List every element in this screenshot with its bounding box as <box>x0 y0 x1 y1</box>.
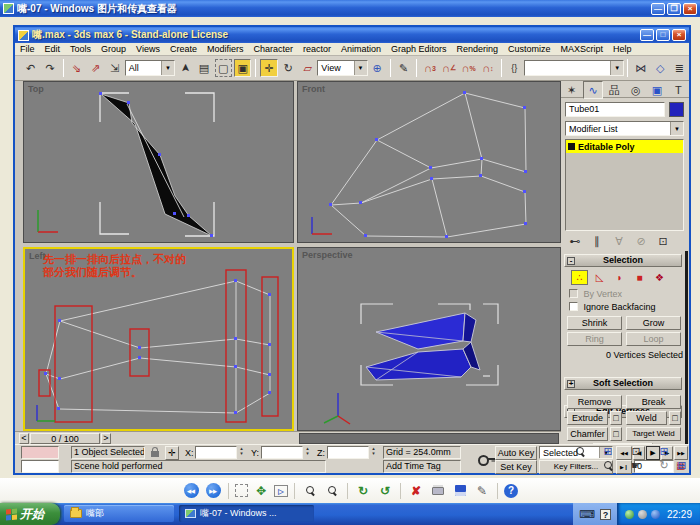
redo-icon[interactable]: ↷ <box>41 59 58 77</box>
pin-stack-icon[interactable]: ⊷ <box>566 234 584 249</box>
weld-settings-button[interactable]: □ <box>669 411 681 425</box>
zoom-all-icon[interactable]: ⊞ <box>600 444 616 458</box>
select-and-manipulate-icon[interactable]: ✎ <box>395 59 412 77</box>
zoom-extents-icon[interactable]: ⊡ <box>628 444 644 458</box>
zoom-in-icon[interactable] <box>301 482 319 500</box>
grow-button[interactable]: Grow <box>626 316 681 330</box>
loop-button[interactable]: Loop <box>626 332 681 346</box>
menu-graph-editors[interactable]: Graph Editors <box>386 44 452 54</box>
menu-modifiers[interactable]: Modifiers <box>202 44 249 54</box>
selection-lock-icon[interactable] <box>151 451 159 457</box>
window-crossing-icon[interactable]: ▣ <box>234 59 251 77</box>
make-unique-icon[interactable]: ∀ <box>610 234 628 249</box>
by-vertex-checkbox[interactable] <box>569 289 578 298</box>
pan-hand-icon[interactable]: ☛ <box>628 458 644 472</box>
ring-button[interactable]: Ring <box>567 332 622 346</box>
tab-motion-icon[interactable]: ◎ <box>626 81 645 99</box>
region-zoom-icon[interactable] <box>600 458 616 472</box>
menu-rendering[interactable]: Rendering <box>452 44 504 54</box>
selection-filter-dropdown[interactable]: All ▼ <box>125 60 175 76</box>
rollout-selection-header[interactable]: - Selection <box>564 254 682 267</box>
add-time-tag-field[interactable]: Add Time Tag <box>383 460 461 473</box>
viewer-close-button[interactable]: × <box>683 3 697 15</box>
target-weld-button[interactable]: Target Weld <box>626 427 681 441</box>
chevron-down-icon[interactable]: ▼ <box>670 122 683 135</box>
select-and-rotate-icon[interactable]: ↻ <box>280 59 297 77</box>
remove-button[interactable]: Remove <box>567 395 622 409</box>
configure-modifier-icon[interactable]: ⊡ <box>654 234 672 249</box>
named-selection-sets-icon[interactable]: {} <box>506 59 523 77</box>
keyboard-icon[interactable]: ⌨ <box>579 508 595 521</box>
max-minimize-button[interactable]: — <box>640 29 654 41</box>
best-fit-icon[interactable] <box>235 484 248 497</box>
layer-manager-icon[interactable]: ≣ <box>671 59 688 77</box>
viewport-top[interactable]: Top <box>23 81 294 243</box>
rotate-clockwise-icon[interactable]: ↻ <box>354 482 372 500</box>
named-selection-dropdown[interactable]: ▼ <box>524 60 624 76</box>
viewer-restore-button[interactable]: ❐ <box>667 3 681 15</box>
viewport-front[interactable]: Front <box>297 81 561 243</box>
ignore-backfacing-checkbox-row[interactable]: Ignore Backfacing <box>569 302 656 312</box>
time-slider-handle[interactable]: 0 / 100 <box>30 433 100 444</box>
chamfer-button[interactable]: Chamfer <box>567 427 608 441</box>
max-maximize-button[interactable]: □ <box>656 29 670 41</box>
viewport-perspective[interactable]: Perspective <box>297 247 561 431</box>
spinner-snap-icon[interactable]: ∩↕ <box>479 59 496 77</box>
align-icon[interactable]: ◇ <box>651 59 668 77</box>
y-field[interactable] <box>261 446 303 459</box>
mirror-icon[interactable]: ⋈ <box>632 59 649 77</box>
arc-rotate-icon[interactable]: ↻ <box>656 458 672 472</box>
chevron-down-icon[interactable]: ▼ <box>610 61 623 75</box>
remove-modifier-icon[interactable]: ⊘ <box>632 234 650 249</box>
previous-image-button[interactable]: ◀◀ <box>182 482 200 500</box>
absolute-offset-toggle-icon[interactable]: ✛ <box>165 446 179 460</box>
element-subobject-icon[interactable]: ❖ <box>651 270 668 285</box>
time-slider-left-arrow[interactable]: < <box>19 433 29 444</box>
by-vertex-checkbox-row[interactable]: By Vertex <box>569 289 622 299</box>
tab-create-icon[interactable]: ✶ <box>562 81 581 99</box>
time-slider-right-arrow[interactable]: > <box>101 433 111 444</box>
extrude-settings-button[interactable]: □ <box>610 411 622 425</box>
snap-toggle-3d-icon[interactable]: ∩3 <box>421 59 438 77</box>
select-and-move-icon[interactable]: ✛ <box>260 59 277 77</box>
tab-hierarchy-icon[interactable]: 品 <box>605 81 624 99</box>
viewport-perspective-label[interactable]: Perspective <box>302 250 353 260</box>
select-object-icon[interactable]: ➤ <box>176 59 194 76</box>
maxscript-listener-white[interactable] <box>21 460 59 473</box>
min-max-toggle-icon[interactable]: ⊞ <box>674 458 690 472</box>
track-bar[interactable] <box>299 433 559 444</box>
tray-icon-blue[interactable] <box>651 510 660 519</box>
next-image-button[interactable]: ▶▶ <box>204 482 222 500</box>
object-color-swatch[interactable] <box>669 102 684 117</box>
menu-maxscript[interactable]: MAXScript <box>556 44 609 54</box>
select-and-scale-icon[interactable]: ▱ <box>299 59 316 77</box>
reference-coordinate-dropdown[interactable]: View ▼ <box>317 60 367 76</box>
menu-file[interactable]: File <box>15 44 40 54</box>
max-close-button[interactable]: × <box>672 29 686 41</box>
z-field[interactable] <box>327 446 369 459</box>
ignore-backfacing-checkbox[interactable] <box>569 302 578 311</box>
menu-customize[interactable]: Customize <box>503 44 556 54</box>
actual-size-icon[interactable]: ✥ <box>252 482 270 500</box>
language-help-icon[interactable]: ? <box>600 509 611 520</box>
border-subobject-icon[interactable]: ◗ <box>611 270 628 285</box>
save-icon[interactable] <box>451 482 469 500</box>
help-icon[interactable]: ? <box>504 484 518 498</box>
zoom-extents-all-icon[interactable]: ⊞ <box>656 444 672 458</box>
polygon-subobject-icon[interactable]: ■ <box>631 270 648 285</box>
chevron-down-icon[interactable]: ▼ <box>161 61 174 75</box>
undo-icon[interactable]: ↶ <box>22 59 39 77</box>
maxscript-listener-pink[interactable] <box>21 446 59 459</box>
tab-modify-icon[interactable]: ∿ <box>583 81 602 99</box>
menu-character[interactable]: Character <box>248 44 298 54</box>
viewport-top-label[interactable]: Top <box>28 84 44 94</box>
start-button[interactable]: 开始 <box>0 503 60 525</box>
vertex-subobject-icon[interactable]: ∴ <box>571 270 588 285</box>
delete-icon[interactable]: ✘ <box>407 482 425 500</box>
select-and-link-icon[interactable]: ⇘ <box>68 59 85 77</box>
menu-tools[interactable]: Tools <box>65 44 96 54</box>
zoom-icon[interactable] <box>572 444 588 458</box>
print-icon[interactable] <box>429 482 447 500</box>
tab-utilities-icon[interactable]: T <box>669 81 688 99</box>
bind-to-spacewarp-icon[interactable]: ⇲ <box>106 59 123 77</box>
